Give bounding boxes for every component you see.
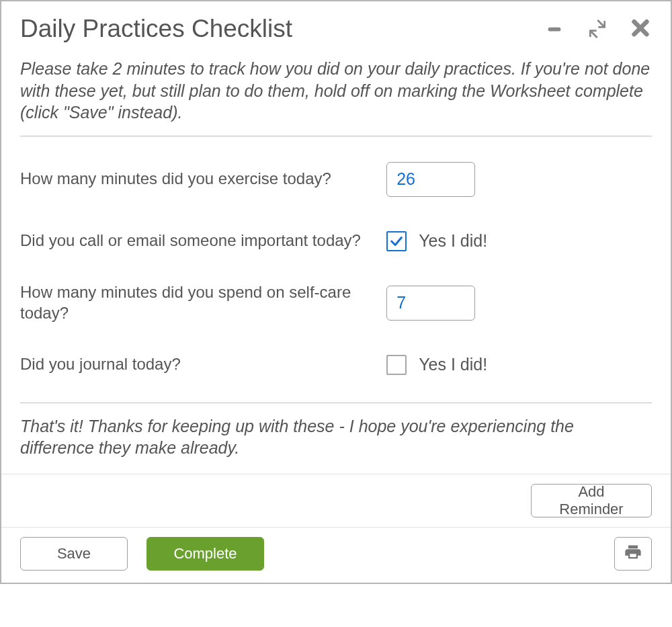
print-button[interactable] (614, 537, 652, 571)
question-row: How many minutes did you exercise today? (20, 149, 652, 210)
footer-row: Save Complete (1, 527, 671, 583)
modal-body: Please take 2 minutes to track how you d… (1, 50, 671, 474)
minimize-icon[interactable] (543, 17, 566, 40)
question-control: Yes I did! (386, 231, 652, 251)
question-label: How many minutes did you exercise today? (20, 169, 386, 190)
modal-title: Daily Practices Checklist (20, 15, 292, 43)
question-row: Did you journal today? Yes I did! (20, 334, 652, 396)
question-label: Did you journal today? (20, 354, 386, 375)
modal-header: Daily Practices Checklist (1, 1, 671, 50)
selfcare-minutes-input[interactable] (386, 286, 475, 321)
divider (20, 403, 652, 403)
journal-checkbox[interactable] (386, 355, 407, 375)
printer-icon (624, 543, 642, 564)
question-control (386, 286, 652, 321)
question-label: Did you call or email someone important … (20, 231, 386, 251)
divider (20, 136, 652, 136)
svg-rect-0 (548, 28, 561, 32)
question-row: Did you call or email someone important … (20, 210, 652, 272)
checklist-modal: Daily Practices Checklist Please take 2 … (0, 0, 672, 584)
question-row: How many minutes did you spend on self-c… (20, 272, 652, 334)
checkbox-label: Yes I did! (419, 355, 487, 374)
complete-button[interactable]: Complete (146, 537, 264, 571)
question-control: Yes I did! (386, 355, 652, 375)
question-control (386, 162, 652, 197)
outro-text: That's it! Thanks for keeping up with th… (20, 415, 652, 459)
exercise-minutes-input[interactable] (386, 162, 475, 197)
contacted-checkbox[interactable] (386, 231, 407, 251)
collapse-icon[interactable] (586, 17, 609, 40)
close-icon[interactable] (629, 17, 652, 40)
intro-text: Please take 2 minutes to track how you d… (20, 58, 652, 124)
checkbox-label: Yes I did! (419, 231, 487, 251)
reminder-row: Add Reminder (1, 474, 671, 527)
window-controls (543, 17, 652, 40)
add-reminder-button[interactable]: Add Reminder (531, 484, 652, 517)
save-button[interactable]: Save (20, 537, 128, 571)
question-label: How many minutes did you spend on self-c… (20, 282, 386, 323)
